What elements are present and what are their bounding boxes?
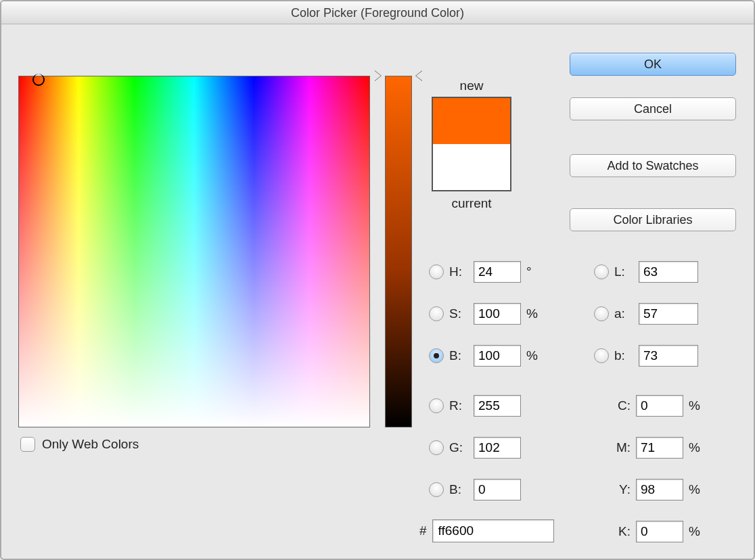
current-color-label: current	[428, 196, 516, 211]
hue-label: H:	[449, 264, 468, 279]
magenta-label: M:	[610, 440, 631, 455]
add-to-swatches-button[interactable]: Add to Swatches	[570, 154, 736, 177]
hex-field: #	[419, 519, 554, 542]
only-web-colors-checkbox[interactable]	[20, 437, 35, 452]
blue-field: B:	[429, 477, 521, 502]
color-field[interactable]	[18, 76, 370, 427]
lab-b-field: b:	[594, 344, 698, 368]
dialog-content: new current OK Cancel Add to Swatches Co…	[1, 24, 754, 559]
hex-label: #	[419, 523, 427, 538]
brightness-field: B: %	[429, 344, 541, 368]
saturation-input[interactable]	[474, 303, 521, 325]
green-field: G:	[429, 436, 521, 460]
hue-unit: °	[526, 264, 541, 279]
blue-input[interactable]	[474, 479, 521, 500]
brightness-unit: %	[526, 348, 541, 363]
hue-radio[interactable]	[429, 264, 444, 279]
brightness-input[interactable]	[474, 345, 521, 367]
red-input[interactable]	[474, 395, 521, 417]
blue-label: B:	[449, 482, 468, 497]
lab-b-label: b:	[614, 348, 633, 363]
blue-radio[interactable]	[429, 482, 444, 497]
red-label: R:	[449, 398, 468, 413]
cyan-field: C: %	[610, 394, 704, 418]
saturation-label: S:	[449, 306, 468, 321]
saturation-radio[interactable]	[429, 306, 444, 321]
hex-input[interactable]	[432, 519, 554, 542]
yellow-field: Y: %	[610, 477, 704, 502]
current-color-swatch[interactable]	[433, 144, 510, 190]
only-web-colors-option[interactable]: Only Web Colors	[20, 437, 139, 452]
green-label: G:	[449, 440, 468, 455]
slider-thumb-right-icon[interactable]	[415, 70, 422, 81]
new-color-label: new	[428, 78, 516, 93]
color-picker-dialog: Color Picker (Foreground Color) new curr…	[0, 0, 755, 560]
lab-l-input[interactable]	[639, 261, 698, 283]
lab-b-radio[interactable]	[594, 348, 609, 363]
window-title: Color Picker (Foreground Color)	[1, 1, 754, 24]
cancel-button[interactable]: Cancel	[570, 97, 736, 120]
saturation-field: S: %	[429, 302, 541, 326]
green-radio[interactable]	[429, 440, 444, 455]
key-input[interactable]	[636, 521, 683, 542]
cyan-input[interactable]	[636, 395, 683, 417]
key-label: K:	[610, 524, 631, 539]
yellow-input[interactable]	[636, 479, 683, 500]
saturation-unit: %	[526, 306, 541, 321]
lab-l-field: L:	[594, 260, 698, 284]
lab-l-radio[interactable]	[594, 264, 609, 279]
key-field: K: %	[610, 519, 704, 544]
new-color-swatch[interactable]	[433, 98, 510, 144]
hue-field: H: °	[429, 260, 541, 284]
only-web-colors-label: Only Web Colors	[42, 437, 139, 452]
cyan-label: C:	[610, 398, 631, 413]
hue-input[interactable]	[474, 261, 521, 283]
lab-a-radio[interactable]	[594, 306, 609, 321]
magenta-field: M: %	[610, 436, 704, 460]
lab-a-label: a:	[614, 306, 633, 321]
slider-thumb-left-icon[interactable]	[375, 70, 382, 81]
cyan-unit: %	[689, 398, 704, 413]
magenta-input[interactable]	[636, 437, 683, 459]
yellow-label: Y:	[610, 482, 631, 497]
lab-b-input[interactable]	[639, 345, 698, 367]
yellow-unit: %	[689, 482, 704, 497]
brightness-slider[interactable]	[385, 76, 412, 427]
key-unit: %	[689, 524, 704, 539]
red-radio[interactable]	[429, 398, 444, 413]
color-swatch-compare	[432, 97, 511, 191]
magenta-unit: %	[689, 440, 704, 455]
brightness-label: B:	[449, 348, 468, 363]
brightness-radio[interactable]	[429, 348, 444, 363]
green-input[interactable]	[474, 437, 521, 459]
lab-l-label: L:	[614, 264, 633, 279]
lab-a-input[interactable]	[639, 303, 698, 325]
red-field: R:	[429, 394, 521, 418]
color-libraries-button[interactable]: Color Libraries	[570, 208, 736, 231]
ok-button[interactable]: OK	[570, 53, 736, 76]
lab-a-field: a:	[594, 302, 698, 326]
